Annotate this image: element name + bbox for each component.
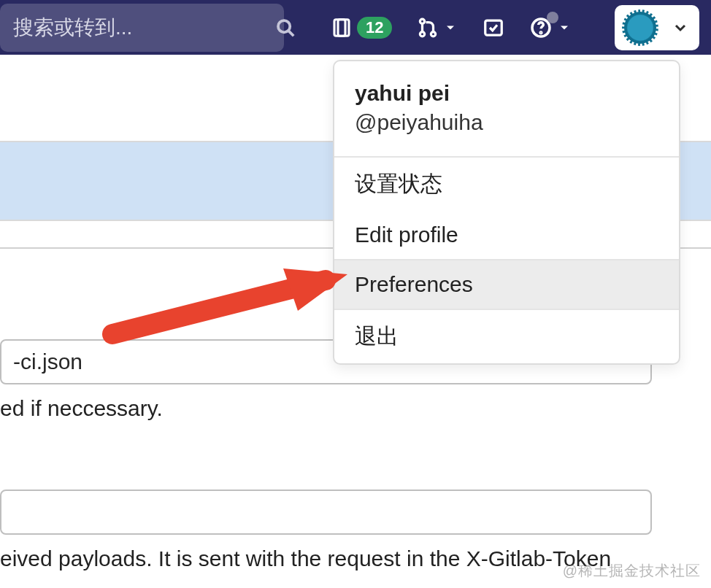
merge-requests-button[interactable] [417, 17, 458, 39]
svg-rect-3 [338, 19, 349, 36]
menu-item-set-status[interactable]: 设置状态 [334, 158, 679, 211]
field-help-text: ed if neccessary. [0, 396, 651, 421]
issues-icon [331, 17, 353, 39]
svg-point-5 [420, 31, 425, 36]
svg-point-9 [541, 31, 542, 33]
user-dropdown-menu: yahui pei @peiyahuiha 设置状态 Edit profile … [333, 60, 680, 365]
dropdown-display-name: yahui pei [355, 79, 658, 108]
chevron-down-icon [443, 20, 458, 35]
avatar [622, 9, 658, 46]
svg-rect-2 [334, 19, 345, 36]
todo-icon [483, 17, 504, 39]
chevron-down-icon [557, 20, 572, 35]
merge-icon [417, 17, 439, 39]
top-navbar: 12 [0, 0, 711, 55]
svg-point-4 [420, 19, 425, 23]
help-button[interactable] [529, 16, 572, 39]
svg-point-6 [431, 31, 436, 36]
input-value: -ci.json [13, 349, 82, 374]
menu-item-preferences[interactable]: Preferences [334, 260, 679, 309]
search-input[interactable] [13, 16, 274, 39]
svg-line-1 [288, 31, 293, 36]
watermark: @稀土掘金技术社区 [563, 561, 701, 581]
issues-button[interactable]: 12 [331, 17, 392, 39]
issues-badge: 12 [357, 17, 392, 39]
dropdown-user-info: yahui pei @peiyahuiha [334, 61, 679, 156]
secret-token-input[interactable] [0, 490, 652, 535]
field-help-text: eived payloads. It is sent with the requ… [0, 546, 651, 571]
svg-point-0 [278, 20, 290, 32]
menu-item-edit-profile[interactable]: Edit profile [334, 211, 679, 259]
dropdown-handle: @peiyahuiha [355, 108, 658, 137]
menu-item-sign-out[interactable]: 退出 [334, 310, 679, 363]
search-icon [274, 17, 296, 39]
chevron-down-icon [672, 19, 689, 36]
search-box[interactable] [0, 4, 284, 52]
user-menu-button[interactable] [615, 5, 699, 50]
notification-dot-icon [547, 12, 558, 23]
todos-button[interactable] [483, 17, 504, 39]
